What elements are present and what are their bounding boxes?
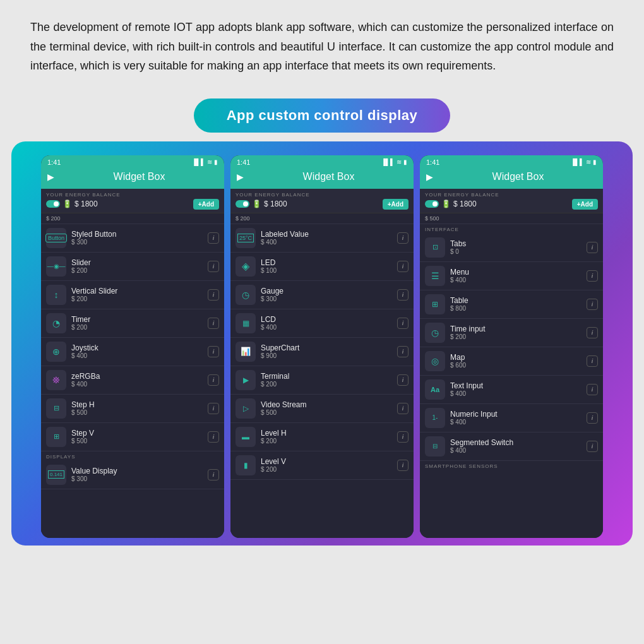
table-name: Table xyxy=(450,296,587,305)
phones-section: 1:41 ▐▌▌ ≋ ▮ ▶ Widget Box YOUR ENERGY BA… xyxy=(11,141,633,546)
info-btn[interactable]: i xyxy=(208,403,219,414)
levelh-icon: ▬ xyxy=(236,427,256,447)
list-item: ⊟ Segmented Switch $ 400 i xyxy=(420,432,603,461)
vslider-info: Vertical Slider $ 200 xyxy=(71,287,208,302)
levelv-name: Level V xyxy=(261,457,397,466)
textinput-price: $ 400 xyxy=(450,390,587,397)
info-btn[interactable]: i xyxy=(587,441,598,452)
toggle-1[interactable] xyxy=(46,200,60,208)
info-btn[interactable]: i xyxy=(587,384,598,395)
info-btn[interactable]: i xyxy=(208,261,219,272)
energy-row-3: 🔋 $ 1800 +Add xyxy=(425,199,598,210)
map-info: Map $ 600 xyxy=(450,353,587,369)
list-item: ☰ Menu $ 400 i xyxy=(420,262,603,290)
play-icon-3: ▶ xyxy=(426,172,433,182)
energy-label-2: YOUR ENERGY BALANCE xyxy=(236,192,408,198)
info-btn[interactable]: i xyxy=(587,412,598,424)
labeled-price: $ 400 xyxy=(261,239,397,246)
add-btn-1[interactable]: +Add xyxy=(193,199,219,210)
phone-2-status-bar: 1:41 ▐▌▌ ≋ ▮ xyxy=(230,155,414,168)
numericinput-icon: 1- xyxy=(425,408,445,428)
steph-icon: ⊟ xyxy=(46,398,66,419)
top-section: The development of remote IOT app adopts… xyxy=(0,0,644,87)
tabs-price: $ 0 xyxy=(450,248,587,255)
info-btn[interactable]: i xyxy=(397,318,408,329)
interface-section-label: INTERFACE xyxy=(420,224,603,234)
info-btn[interactable]: i xyxy=(208,431,219,443)
info-btn[interactable]: i xyxy=(208,469,219,480)
list-item: ◈ LED $ 100 i xyxy=(230,253,414,281)
battery-icon-1: 🔋 xyxy=(63,200,72,208)
list-item: 0.141 Value Display $ 300 i xyxy=(41,461,224,489)
phone-3-energy: YOUR ENERGY BALANCE 🔋 $ 1800 +Add xyxy=(420,189,603,213)
table-price: $ 800 xyxy=(450,305,587,312)
list-item: 25°C Labeled Value $ 400 i xyxy=(230,224,414,253)
numericinput-info: Numeric Input $ 400 xyxy=(450,410,587,426)
segswitch-price: $ 400 xyxy=(450,447,587,454)
energy-left-1: 🔋 $ 1800 xyxy=(46,200,98,208)
info-btn[interactable]: i xyxy=(587,355,598,367)
terminal-price: $ 200 xyxy=(261,381,397,388)
map-name: Map xyxy=(450,353,587,362)
info-btn[interactable]: i xyxy=(208,232,219,244)
levelh-price: $ 200 xyxy=(261,438,397,444)
list-item: ▬ Level H $ 200 i xyxy=(230,423,414,451)
energy-left-3: 🔋 $ 1800 xyxy=(425,200,477,208)
styled-button-price: $ 300 xyxy=(71,239,208,246)
add-btn-2[interactable]: +Add xyxy=(383,199,408,210)
info-btn[interactable]: i xyxy=(587,270,598,282)
displays-section-label: DISPLAYS xyxy=(41,451,224,461)
superchart-price: $ 900 xyxy=(261,352,397,359)
list-item: Aa Text Input $ 400 i xyxy=(420,376,603,404)
badge-container: App custom control display xyxy=(0,98,644,133)
info-btn[interactable]: i xyxy=(208,346,219,357)
slider-name: Slider xyxy=(71,258,208,267)
levelh-name: Level H xyxy=(261,429,397,438)
timer-info: Timer $ 200 xyxy=(71,315,208,331)
phone-3-header: ▶ Widget Box xyxy=(420,168,603,189)
info-btn[interactable]: i xyxy=(208,374,219,386)
info-btn[interactable]: i xyxy=(208,289,219,301)
toggle-2[interactable] xyxy=(236,200,249,208)
joystick-price: $ 400 xyxy=(71,352,208,359)
timeinput-info: Time input $ 200 xyxy=(450,325,587,340)
info-btn[interactable]: i xyxy=(397,403,408,414)
numericinput-name: Numeric Input xyxy=(450,410,587,419)
valuedisplay-icon: 0.141 xyxy=(46,465,66,485)
levelv-price: $ 200 xyxy=(261,466,397,473)
table-icon: ⊞ xyxy=(425,294,445,314)
energy-value-3: $ 1800 xyxy=(453,200,477,208)
list-item: ◷ Time input $ 200 i xyxy=(420,319,603,347)
menu-info: Menu $ 400 xyxy=(450,268,587,283)
segswitch-icon: ⊟ xyxy=(425,436,445,456)
textinput-name: Text Input xyxy=(450,381,587,390)
battery-icon: ▮ xyxy=(214,158,218,165)
info-btn[interactable]: i xyxy=(397,346,408,357)
info-btn[interactable]: i xyxy=(587,327,598,338)
add-btn-3[interactable]: +Add xyxy=(572,199,598,210)
info-btn[interactable]: i xyxy=(397,460,408,471)
info-btn[interactable]: i xyxy=(587,299,598,310)
styled-button-icon: Button xyxy=(46,228,66,248)
info-btn[interactable]: i xyxy=(397,261,408,272)
play-icon: ▶ xyxy=(47,172,54,182)
toggle-3[interactable] xyxy=(425,200,439,208)
info-btn[interactable]: i xyxy=(208,318,219,329)
info-btn[interactable]: i xyxy=(397,289,408,301)
steph-info: Step H $ 500 xyxy=(71,400,208,416)
list-item: ▮ Level V $ 200 i xyxy=(230,451,414,480)
joystick-name: Joystick xyxy=(71,343,208,352)
price-row-1: $ 200 xyxy=(41,213,224,224)
timeinput-name: Time input xyxy=(450,325,587,333)
videostream-info: Video Stream $ 500 xyxy=(261,400,397,416)
joystick-icon: ⊕ xyxy=(46,342,66,362)
list-item: ⊞ Step V $ 500 i xyxy=(41,423,224,451)
info-btn[interactable]: i xyxy=(397,431,408,443)
info-btn[interactable]: i xyxy=(587,242,598,253)
info-btn[interactable]: i xyxy=(397,374,408,386)
styled-button-info: Styled Button $ 300 xyxy=(71,230,208,246)
info-btn[interactable]: i xyxy=(397,232,408,244)
list-item: ◎ Map $ 600 i xyxy=(420,347,603,376)
slider-icon: —◉— xyxy=(46,256,66,277)
terminal-icon: ▶ xyxy=(236,370,256,390)
